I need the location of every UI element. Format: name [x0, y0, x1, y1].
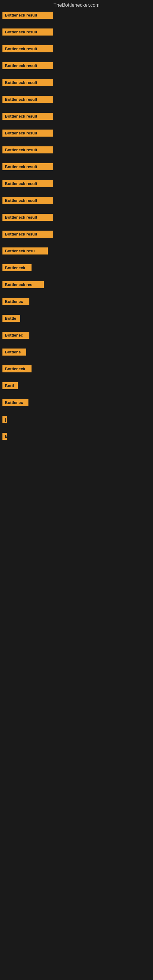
- bar-row: Bottleneck resu: [0, 247, 153, 256]
- bar-row: Bottleneck result: [0, 113, 153, 121]
- bar-row: Bottleneck res: [0, 281, 153, 290]
- bar-row: Bottleneck result: [0, 130, 153, 138]
- bottleneck-result-bar[interactable]: Bottleneck: [2, 365, 32, 372]
- bar-row: Bottleneck: [0, 365, 153, 374]
- bar-row: Bottlenec: [0, 399, 153, 407]
- bar-row: Bottleneck result: [0, 45, 153, 54]
- bottleneck-result-bar[interactable]: Bottleneck result: [2, 29, 53, 35]
- bar-row: Bottleneck result: [0, 214, 153, 222]
- bottleneck-result-bar[interactable]: Bottleneck result: [2, 197, 53, 204]
- bottleneck-result-bar[interactable]: Bottleneck res: [2, 281, 44, 288]
- bar-row: Bottlene: [0, 348, 153, 357]
- bar-row: Bottl: [0, 382, 153, 390]
- bottleneck-result-bar[interactable]: Bottleneck result: [2, 45, 53, 52]
- bottleneck-result-bar[interactable]: Bottleneck result: [2, 113, 53, 120]
- bottleneck-result-bar[interactable]: Bottleneck result: [2, 12, 53, 19]
- bottleneck-result-bar[interactable]: Bottle: [2, 315, 20, 322]
- bar-row: Bottleneck result: [0, 146, 153, 155]
- bottleneck-result-bar[interactable]: Bottleneck result: [2, 163, 53, 170]
- bottleneck-result-bar[interactable]: |: [2, 416, 7, 423]
- bar-row: Bottleneck result: [0, 231, 153, 239]
- bars-container: Bottleneck resultBottleneck resultBottle…: [0, 12, 153, 441]
- bottleneck-result-bar[interactable]: Bottl: [2, 382, 18, 389]
- bottleneck-result-bar[interactable]: Bottlenec: [2, 399, 29, 406]
- bottleneck-result-bar[interactable]: Bottleneck result: [2, 96, 53, 103]
- bottleneck-result-bar[interactable]: Bottlene: [2, 348, 26, 356]
- bar-row: B: [0, 433, 153, 441]
- bottleneck-result-bar[interactable]: B: [2, 433, 7, 440]
- bar-row: Bottleneck result: [0, 197, 153, 205]
- bottleneck-result-bar[interactable]: Bottleneck result: [2, 214, 53, 221]
- bar-row: Bottlenec: [0, 332, 153, 340]
- bottleneck-result-bar[interactable]: Bottleneck result: [2, 130, 53, 137]
- bottleneck-result-bar[interactable]: Bottleneck: [2, 264, 32, 271]
- bar-row: Bottleneck: [0, 264, 153, 272]
- bar-row: |: [0, 416, 153, 424]
- bar-row: Bottleneck result: [0, 29, 153, 37]
- bottleneck-result-bar[interactable]: Bottleneck result: [2, 62, 53, 69]
- bar-row: Bottlenec: [0, 298, 153, 306]
- bottleneck-result-bar[interactable]: Bottleneck resu: [2, 247, 48, 255]
- bottleneck-result-bar[interactable]: Bottlenec: [2, 332, 29, 339]
- bar-row: Bottleneck result: [0, 79, 153, 87]
- bottleneck-result-bar[interactable]: Bottleneck result: [2, 146, 53, 153]
- bar-row: Bottleneck result: [0, 180, 153, 188]
- bottleneck-result-bar[interactable]: Bottleneck result: [2, 79, 53, 86]
- bottleneck-result-bar[interactable]: Bottleneck result: [2, 180, 53, 187]
- bar-row: Bottleneck result: [0, 163, 153, 172]
- bottleneck-result-bar[interactable]: Bottleneck result: [2, 231, 53, 238]
- site-title: TheBottlenecker.com: [0, 0, 153, 12]
- bottleneck-result-bar[interactable]: Bottlenec: [2, 298, 29, 305]
- bar-row: Bottle: [0, 315, 153, 323]
- bar-row: Bottleneck result: [0, 62, 153, 70]
- bar-row: Bottleneck result: [0, 96, 153, 104]
- bar-row: Bottleneck result: [0, 12, 153, 20]
